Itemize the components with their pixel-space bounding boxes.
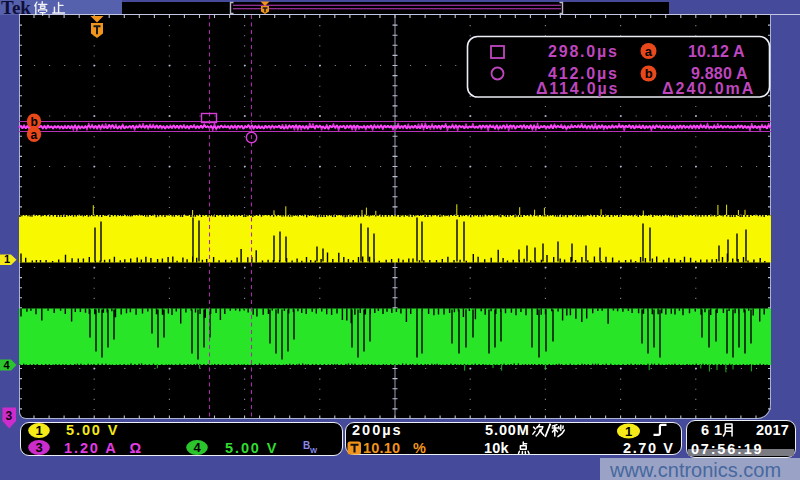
svg-text:a: a xyxy=(645,44,653,59)
svg-text:a: a xyxy=(31,128,38,142)
svg-text:3: 3 xyxy=(6,409,13,423)
svg-text:3: 3 xyxy=(36,440,43,455)
svg-text:W: W xyxy=(310,446,318,455)
svg-text:b: b xyxy=(30,115,37,129)
svg-text:4: 4 xyxy=(194,440,202,455)
svg-text:1: 1 xyxy=(36,423,43,438)
svg-text:4: 4 xyxy=(3,359,10,371)
svg-text:1: 1 xyxy=(4,253,10,265)
svg-text:1: 1 xyxy=(625,424,632,439)
svg-text:b: b xyxy=(645,66,653,81)
